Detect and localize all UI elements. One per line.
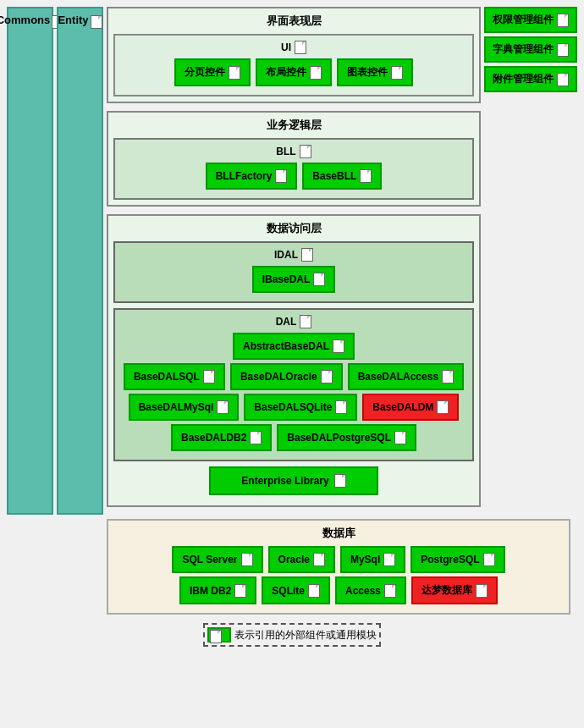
basedaldm-icon xyxy=(437,400,449,414)
bll-file-icon xyxy=(300,145,311,158)
base-dal-oracle-btn[interactable]: BaseDALOracle xyxy=(230,363,343,390)
dal-sublayer: DAL AbstractBaseDAL BaseDALSQL xyxy=(113,308,474,461)
legend-label: 表示引用的外部组件或通用模块 xyxy=(234,628,377,643)
db-row2: IBM DB2 SQLite Access 达梦数据库 xyxy=(115,576,562,604)
basedalsqlite-icon xyxy=(335,400,347,414)
idal-file-icon xyxy=(301,248,313,262)
presentation-layer: 界面表现层 UI 分页控件 布局控件 xyxy=(107,7,481,103)
database-title: 数据库 xyxy=(115,526,562,541)
chart-widget[interactable]: 图表控件 xyxy=(337,58,413,86)
abstract-base-dal-btn[interactable]: AbstractBaseDAL xyxy=(233,333,355,360)
base-dal-postgresql-btn[interactable]: BaseDALPostgreSQL xyxy=(277,424,416,451)
legend-container: 表示引用的外部组件或通用模块 xyxy=(203,623,381,647)
ui-components-row: 分页控件 布局控件 图表控件 xyxy=(120,58,467,86)
oracle-btn[interactable]: Oracle xyxy=(268,546,335,573)
data-access-title: 数据访问层 xyxy=(113,221,474,236)
idal-components: IBaseDAL xyxy=(120,266,467,293)
ui-sublayer: UI 分页控件 布局控件 图表控件 xyxy=(113,34,474,97)
basedaloracle-icon xyxy=(321,370,333,383)
dict-management-btn[interactable]: 字典管理组件 xyxy=(484,36,577,63)
auth-icon xyxy=(557,14,569,27)
ui-sublayer-title: UI xyxy=(120,41,467,54)
commons-panel: Commons xyxy=(7,7,53,515)
attachment-management-btn[interactable]: 附件管理组件 xyxy=(484,66,577,92)
data-access-layer: 数据访问层 IDAL IBaseDAL xyxy=(107,214,481,507)
enterprise-icon xyxy=(334,474,346,488)
attachment-icon xyxy=(557,73,569,86)
entity-file-icon xyxy=(91,15,102,29)
bll-sublayer: BLL BLLFactory BaseBLL xyxy=(113,138,474,200)
basedalmysql-icon xyxy=(217,400,229,414)
entity-label: Entity xyxy=(58,14,88,26)
access-icon xyxy=(384,584,396,598)
base-dal-sql-btn[interactable]: BaseDALSQL xyxy=(124,363,225,390)
sql-server-btn[interactable]: SQL Server xyxy=(172,546,262,573)
layout-icon xyxy=(310,66,322,80)
left-panels: Commons Entity xyxy=(7,7,103,515)
main-container: Commons Entity 界面表现层 UI xyxy=(0,0,584,728)
bll-layer: 业务逻辑层 BLL BLLFactory BaseBLL xyxy=(107,111,481,207)
base-dal-sqlite-btn[interactable]: BaseDALSQLite xyxy=(244,394,357,421)
base-dal-db2-btn[interactable]: BaseDALDB2 xyxy=(171,424,272,451)
dal-row3: BaseDALDB2 BaseDALPostgreSQL xyxy=(120,424,467,451)
dal-title: DAL xyxy=(120,315,467,328)
mysql-icon xyxy=(383,553,395,566)
abstract-icon xyxy=(333,339,344,353)
basedalsql-icon xyxy=(203,370,215,383)
basebll-icon xyxy=(360,169,372,183)
layers-column: 界面表现层 UI 分页控件 布局控件 xyxy=(107,7,481,515)
postgresql-btn[interactable]: PostgreSQL xyxy=(410,546,504,573)
dal-row2: BaseDALMySql BaseDALSQLite BaseDALDM xyxy=(120,394,467,421)
ui-file-icon xyxy=(295,41,306,54)
bll-sublayer-title: BLL xyxy=(120,145,467,158)
layout-widget[interactable]: 布局控件 xyxy=(256,58,332,86)
legend: 表示引用的外部组件或通用模块 xyxy=(7,623,577,647)
base-dal-dm-btn[interactable]: BaseDALDM xyxy=(362,394,459,421)
database-layer: 数据库 SQL Server Oracle MySql PostgreSQL I… xyxy=(107,519,570,615)
idal-title: IDAL xyxy=(120,248,467,262)
dameng-btn[interactable]: 达梦数据库 xyxy=(411,576,498,604)
basedalpostgresql-icon xyxy=(394,431,406,444)
db-row1: SQL Server Oracle MySql PostgreSQL xyxy=(115,546,562,573)
basedaldb2-icon xyxy=(250,431,262,444)
dict-icon xyxy=(557,43,569,57)
sqlite-icon xyxy=(308,584,320,598)
sqlite-btn[interactable]: SQLite xyxy=(262,576,330,604)
abstract-row: AbstractBaseDAL xyxy=(120,333,467,360)
mysql-btn[interactable]: MySql xyxy=(340,546,405,573)
entity-panel: Entity xyxy=(57,7,103,515)
ibasedal-btn[interactable]: IBaseDAL xyxy=(252,266,336,293)
ibmdb2-icon xyxy=(234,584,246,598)
dal-row1: BaseDALSQL BaseDALOracle BaseDALAccess xyxy=(120,363,467,390)
pagination-widget[interactable]: 分页控件 xyxy=(174,58,251,86)
pagination-icon xyxy=(229,66,240,80)
dameng-icon xyxy=(476,584,488,598)
legend-file-icon xyxy=(210,630,222,643)
idal-sublayer: IDAL IBaseDAL xyxy=(113,241,474,303)
commons-label: Commons xyxy=(0,14,50,26)
right-corner-panels: 权限管理组件 字典管理组件 附件管理组件 xyxy=(484,7,577,515)
basedalaccess-icon xyxy=(442,370,454,383)
ibasedal-icon xyxy=(313,273,325,286)
access-btn[interactable]: Access xyxy=(335,576,406,604)
base-dal-mysql-btn[interactable]: BaseDALMySql xyxy=(129,394,240,421)
bllfactory-icon xyxy=(275,169,287,183)
bll-components-row: BLLFactory BaseBLL xyxy=(120,163,467,190)
bll-factory-btn[interactable]: BLLFactory xyxy=(206,163,298,190)
base-bll-btn[interactable]: BaseBLL xyxy=(302,163,382,190)
dal-file-icon xyxy=(300,315,311,328)
auth-management-btn[interactable]: 权限管理组件 xyxy=(484,7,577,33)
bll-title: 业务逻辑层 xyxy=(113,118,474,133)
sqlserver-icon xyxy=(241,553,253,566)
chart-icon xyxy=(391,66,403,80)
ibm-db2-btn[interactable]: IBM DB2 xyxy=(179,576,256,604)
enterprise-library-btn[interactable]: Enterprise Library xyxy=(209,466,378,495)
oracle-icon xyxy=(313,553,325,566)
base-dal-access-btn[interactable]: BaseDALAccess xyxy=(348,363,464,390)
postgresql-icon xyxy=(483,553,495,566)
legend-box xyxy=(207,627,231,643)
presentation-title: 界面表现层 xyxy=(113,14,474,29)
